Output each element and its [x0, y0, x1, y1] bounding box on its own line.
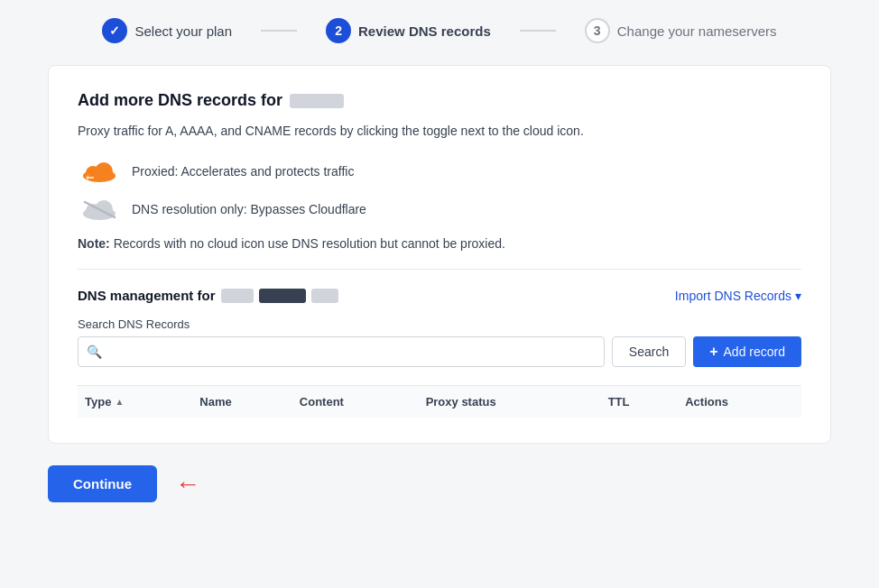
stepper: ✓ Select your plan 2 Review DNS records … — [102, 18, 776, 43]
dns-mgmt-title: DNS management for — [78, 288, 338, 303]
add-record-label: Add record — [724, 345, 785, 359]
continue-button[interactable]: Continue — [48, 465, 157, 502]
step-select-plan: ✓ Select your plan — [102, 18, 232, 43]
card-title-text: Add more DNS records for — [78, 91, 282, 110]
step-1-circle: ✓ — [102, 18, 127, 43]
note-section: Note: Records with no cloud icon use DNS… — [78, 236, 801, 251]
proxied-cloud-icon — [78, 159, 121, 184]
step-3-circle: 3 — [585, 18, 610, 43]
col-type-label: Type — [85, 395, 111, 409]
search-label: Search DNS Records — [78, 317, 801, 331]
card-description: Proxy traffic for A, AAAA, and CNAME rec… — [78, 121, 801, 141]
col-proxy-status[interactable]: Proxy status — [419, 386, 601, 418]
dns-table: Type ▲ Name Content Proxy status TTL Act… — [78, 385, 801, 418]
plus-icon: + — [709, 344, 717, 360]
search-icon: 🔍 — [87, 345, 102, 359]
col-ttl[interactable]: TTL — [601, 386, 679, 418]
search-row: 🔍 Search + Add record — [78, 336, 801, 367]
main-card: Add more DNS records for Proxy traffic f… — [48, 65, 831, 444]
sort-arrow-icon[interactable]: ▲ — [115, 397, 124, 407]
col-type: Type ▲ — [78, 386, 192, 418]
domain-redacted-title — [290, 94, 344, 108]
note-text: Records with no cloud icon use DNS resol… — [114, 236, 505, 251]
table-header: Type ▲ Name Content Proxy status TTL Act… — [78, 386, 801, 418]
step-divider-1 — [261, 30, 297, 32]
add-record-button[interactable]: + Add record — [693, 336, 801, 367]
search-input[interactable] — [78, 336, 605, 367]
checkmark-icon: ✓ — [109, 23, 120, 38]
col-content[interactable]: Content — [292, 386, 419, 418]
bottom-bar: Continue ← — [48, 465, 831, 502]
dns-mgmt-prefix: DNS management for — [78, 288, 216, 303]
domain-redacted-1 — [221, 289, 254, 303]
search-section: Search DNS Records 🔍 Search + Add record — [78, 317, 801, 367]
step-1-label: Select your plan — [134, 23, 232, 39]
col-actions: Actions — [678, 386, 801, 418]
import-link-text: Import DNS Records — [675, 289, 791, 303]
step-2-circle: 2 — [326, 18, 351, 43]
note-bold: Note: — [78, 236, 110, 251]
domain-redacted-3 — [311, 289, 338, 303]
step-2-number: 2 — [335, 23, 342, 38]
search-button[interactable]: Search — [612, 336, 686, 367]
col-name[interactable]: Name — [192, 386, 291, 418]
card-title: Add more DNS records for — [78, 91, 801, 110]
step-review-dns: 2 Review DNS records — [326, 18, 491, 43]
dns-only-cloud-icon — [78, 197, 121, 222]
dns-only-item: DNS resolution only: Bypasses Cloudflare — [78, 197, 801, 222]
step-3-label: Change your nameservers — [617, 23, 777, 39]
dns-only-label: DNS resolution only: Bypasses Cloudflare — [132, 202, 366, 216]
domain-redacted-2 — [259, 289, 306, 303]
arrow-indicator: ← — [175, 470, 200, 499]
card-divider — [78, 269, 801, 270]
dns-mgmt-header: DNS management for Import DNS Records ▾ — [78, 288, 801, 303]
chevron-down-icon: ▾ — [795, 289, 801, 303]
step-2-label: Review DNS records — [358, 23, 491, 39]
step-3-number: 3 — [594, 23, 601, 38]
svg-point-2 — [95, 162, 113, 180]
proxied-item: Proxied: Accelerates and protects traffi… — [78, 159, 801, 184]
proxied-label: Proxied: Accelerates and protects traffi… — [132, 164, 354, 179]
step-divider-2 — [520, 30, 556, 32]
step-change-nameservers: 3 Change your nameservers — [585, 18, 777, 43]
search-input-wrap: 🔍 — [78, 336, 605, 367]
import-dns-records-button[interactable]: Import DNS Records ▾ — [675, 289, 801, 303]
